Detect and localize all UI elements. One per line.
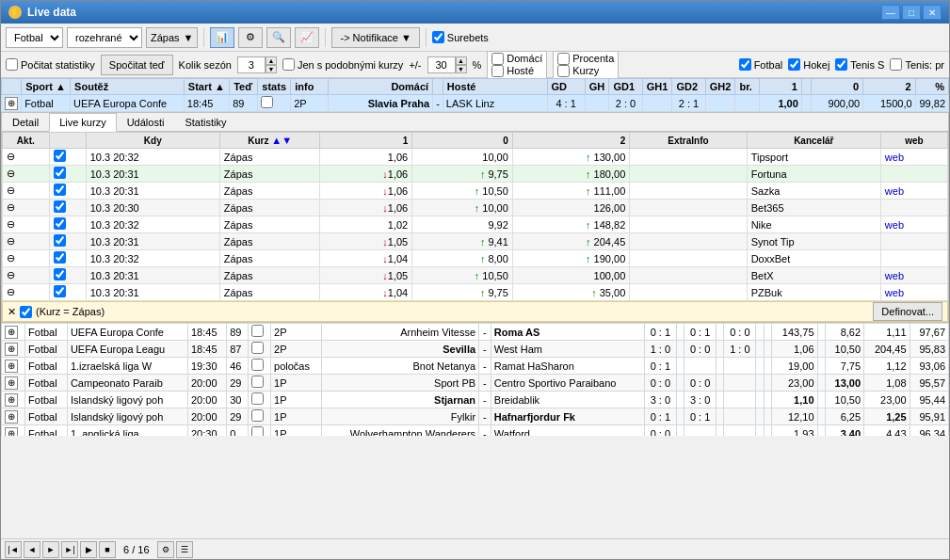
stats-checkbox[interactable] <box>261 96 273 108</box>
stats-checkbox[interactable] <box>251 376 264 388</box>
tab-detail[interactable]: Detail <box>2 113 49 132</box>
kurzy-row[interactable]: ⊖ 10.3 20:31 Zápas ↓1,04 ↑ 9,75 ↑ 35,00 … <box>3 284 948 301</box>
stats-checkbox[interactable] <box>251 359 264 371</box>
table-row[interactable]: ⊕ Fotbal Islandský ligový poh 20:00 29 1… <box>2 408 949 425</box>
kurzy-row[interactable]: ⊖ 10.3 20:32 Zápas ↓1,04 ↑ 8,00 ↑ 190,00… <box>3 250 948 267</box>
count-stats-label[interactable]: Počitat statistiky <box>6 58 95 71</box>
col-soutez[interactable]: Soutěž <box>71 79 185 95</box>
next-page-button[interactable]: ► <box>42 541 59 558</box>
definovat-button[interactable]: Definovat... <box>873 302 942 321</box>
stats-checkbox[interactable] <box>251 426 264 436</box>
notification-button[interactable]: -> Notifikace ▼ <box>331 27 419 48</box>
expand-button[interactable]: ⊕ <box>5 360 18 373</box>
hoste-label[interactable]: Hosté <box>491 65 542 77</box>
col-gh1[interactable]: GH1 <box>642 79 672 95</box>
tab-live-kurzy[interactable]: Live kurzy <box>49 113 117 132</box>
kurzy-row[interactable]: ⊖ 10.3 20:31 Zápas ↓1,06 ↑ 9,75 ↑ 180,00… <box>3 166 948 183</box>
k-akt[interactable]: ⊖ <box>3 200 50 216</box>
kh-web[interactable]: web <box>880 133 947 149</box>
tenis-s-checkbox[interactable] <box>835 58 847 71</box>
col-stats[interactable]: stats <box>258 79 291 95</box>
k-cb[interactable] <box>49 250 86 267</box>
similar-odds-label[interactable]: Jen s podobnými kurzy <box>282 58 404 71</box>
hoste-checkbox[interactable] <box>491 65 504 77</box>
k-web[interactable]: web <box>880 183 947 200</box>
table-row[interactable]: ⊕ Fotbal 1. anglická liga 20:30 0 1P Wol… <box>2 425 949 437</box>
expand-cell[interactable]: ⊕ <box>2 392 25 408</box>
kurzy-row[interactable]: ⊖ 10.3 20:31 Zápas ↓1,05 ↑ 10,50 100,00 … <box>3 267 948 284</box>
tab-udalosti[interactable]: Události <box>117 113 175 132</box>
kurzy-row[interactable]: ⊖ 10.3 20:32 Zápas 1,02 9,92 ↑ 148,82 Ni… <box>3 216 948 233</box>
kurzy-row[interactable]: ⊖ 10.3 20:31 Zápas ↓1,05 ↑ 9,41 ↑ 204,45… <box>3 233 948 250</box>
col-domaci[interactable]: Domácí <box>329 79 433 95</box>
filter-checkbox[interactable] <box>20 306 32 318</box>
table-row[interactable]: ⊕ Fotbal Islandský ligový poh 20:00 30 1… <box>2 392 949 408</box>
k-akt[interactable]: ⊖ <box>3 166 50 183</box>
kurzy-checkbox[interactable] <box>557 65 570 77</box>
kurzy-label[interactable]: Kurzy <box>557 65 614 77</box>
plusminus-up-arrow[interactable]: ▲ <box>456 56 467 65</box>
col-gd[interactable]: GD <box>547 79 585 95</box>
tab-statistiky[interactable]: Statistiky <box>174 113 236 132</box>
expand-cell[interactable]: ⊕ <box>2 324 25 341</box>
kh-k0[interactable]: 0 <box>412 133 513 149</box>
k-akt[interactable]: ⊖ <box>3 216 50 233</box>
col-ted[interactable]: Teď <box>230 79 258 95</box>
k-cb[interactable] <box>49 267 86 284</box>
k-akt[interactable]: ⊖ <box>3 267 50 284</box>
kh-kancel[interactable]: Kancelář <box>747 133 880 149</box>
kurzy-checkbox[interactable] <box>54 150 66 162</box>
kurzy-checkbox[interactable] <box>54 217 66 230</box>
count-stats-checkbox[interactable] <box>6 58 18 71</box>
col-odd0[interactable]: 0 <box>811 79 862 95</box>
table-row[interactable]: ⊕ Fotbal UEFA Europa Confe 18:45 89 2P A… <box>2 324 949 341</box>
seasons-up-arrow[interactable]: ▲ <box>266 56 277 65</box>
kh-k2[interactable]: 2 <box>512 133 629 149</box>
k-cb[interactable] <box>49 200 86 216</box>
kh-k1[interactable]: 1 <box>320 133 412 149</box>
kurzy-checkbox[interactable] <box>54 184 66 196</box>
last-page-button[interactable]: ►| <box>61 541 78 558</box>
k-web[interactable]: web <box>880 284 947 301</box>
stats-icon-btn[interactable]: 📈 <box>295 27 319 48</box>
kurzy-checkbox[interactable] <box>54 234 66 247</box>
minimize-button[interactable]: — <box>881 5 900 20</box>
k-akt[interactable]: ⊖ <box>3 284 50 301</box>
stats-checkbox[interactable] <box>251 409 264 422</box>
fotbal-checkbox-label[interactable]: Fotbal <box>739 58 783 71</box>
maximize-button[interactable]: □ <box>902 5 921 20</box>
expand-button[interactable]: ⊕ <box>5 97 18 110</box>
chart-icon-btn[interactable]: 📊 <box>210 27 234 48</box>
stats-checkbox[interactable] <box>251 342 264 354</box>
k-cb[interactable] <box>49 233 86 250</box>
k-cb[interactable] <box>49 183 86 200</box>
k-cb[interactable] <box>49 149 86 166</box>
k-akt[interactable]: ⊖ <box>3 183 50 200</box>
play-button[interactable]: ▶ <box>80 541 97 558</box>
domaci-checkbox[interactable] <box>491 53 504 65</box>
kurzy-row[interactable]: ⊖ 10.3 20:31 Zápas ↓1,06 ↑ 10,50 ↑ 111,0… <box>3 183 948 200</box>
fotbal-checkbox[interactable] <box>739 58 751 71</box>
col-sport[interactable]: Sport ▲ <box>22 79 71 95</box>
k-akt[interactable]: ⊖ <box>3 233 50 250</box>
expand-cell[interactable]: ⊕ <box>2 358 25 375</box>
prev-page-button[interactable]: ◄ <box>24 541 40 558</box>
k-akt[interactable]: ⊖ <box>3 149 50 166</box>
seasons-down-arrow[interactable]: ▼ <box>266 65 277 73</box>
expand-button[interactable]: ⊕ <box>5 393 18 407</box>
type-dropdown[interactable]: Zápas ▼ <box>146 27 198 48</box>
settings-bottom-button[interactable]: ⚙ <box>157 541 174 558</box>
col-info[interactable]: info <box>291 79 329 95</box>
expand-cell[interactable]: ⊕ <box>2 341 25 358</box>
expand-button[interactable]: ⊕ <box>5 410 18 424</box>
filter-bottom-button[interactable]: ☰ <box>176 541 193 558</box>
filter-x[interactable]: ✕ <box>8 306 16 318</box>
detail-content[interactable]: Akt. Kdy Kurz ▲▼ 1 0 2 ExtraInfo Kancelá… <box>2 132 948 301</box>
table-row[interactable]: ⊕ Fotbal Campeonato Paraib 20:00 29 1P S… <box>2 375 949 392</box>
kurzy-row[interactable]: ⊖ 10.3 20:32 Zápas 1,06 10,00 ↑ 130,00 T… <box>3 149 948 166</box>
k-akt[interactable]: ⊖ <box>3 250 50 267</box>
stats-checkbox[interactable] <box>251 392 264 405</box>
table-row[interactable]: ⊕ Fotbal UEFA Europa Leagu 18:45 87 2P S… <box>2 341 949 358</box>
tenis-s-checkbox-label[interactable]: Tenis S <box>835 58 884 71</box>
k-cb[interactable] <box>49 166 86 183</box>
